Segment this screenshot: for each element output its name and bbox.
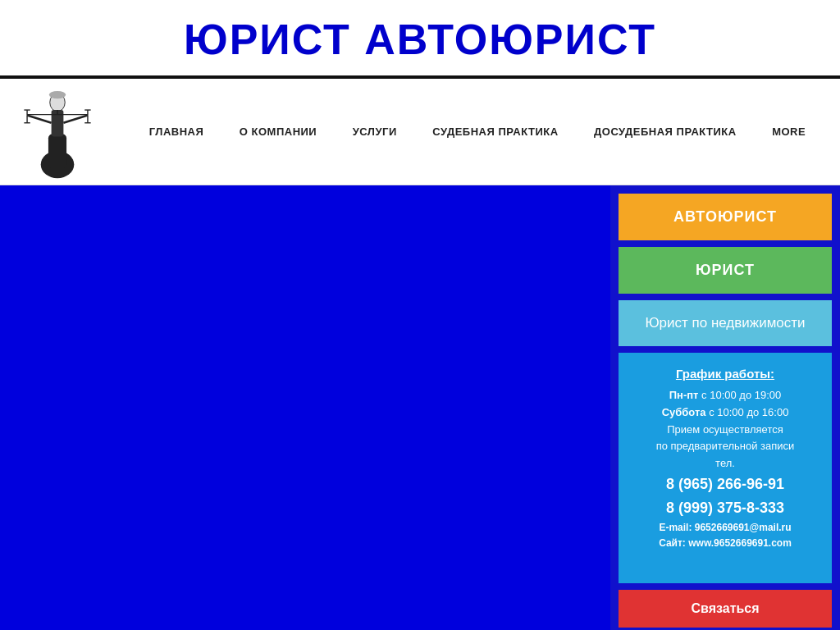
email-line: E-mail: 9652669691@mail.ru — [628, 520, 822, 536]
nav-sudebnaya[interactable]: СУДЕБНАЯ ПРАКТИКА — [424, 119, 566, 144]
svg-point-3 — [49, 91, 66, 98]
sidebar: АВТОЮРИСТ ЮРИСТ Юрист по недвижимости Гр… — [610, 185, 840, 630]
site: www.9652669691.com — [686, 537, 792, 549]
blue-hero-area — [0, 185, 610, 630]
schedule-note2: по предварительной записи — [628, 438, 822, 455]
svg-rect-1 — [48, 134, 66, 168]
nav-more[interactable]: More — [764, 119, 814, 144]
saturday-label: Суббота — [662, 406, 706, 418]
logo-icon — [16, 81, 98, 180]
weekdays-time: с 10:00 до 19:00 — [698, 389, 781, 401]
phone-label: тел. — [715, 457, 735, 469]
main-content: АВТОЮРИСТ ЮРИСТ Юрист по недвижимости Гр… — [0, 185, 840, 630]
schedule-note1: Прием осуществляется — [628, 422, 822, 439]
nav-uslugi[interactable]: УСЛУГИ — [345, 119, 405, 144]
phone-line1: тел. 8 (965) 266-96-91 — [628, 455, 822, 496]
site-title: ЮРИСТ АВТОЮРИСТ — [0, 15, 840, 64]
lawyer-button[interactable]: ЮРИСТ — [619, 247, 832, 294]
schedule-weekdays: Пн-пт с 10:00 до 19:00 — [628, 387, 822, 404]
navbar: ГЛАВНАЯ О КОМПАНИИ УСЛУГИ СУДЕБНАЯ ПРАКТ… — [0, 79, 840, 185]
saturday-time: с 10:00 до 16:00 — [706, 406, 789, 418]
site-line: Сайт: www.9652669691.com — [628, 536, 822, 551]
phone1: 8 (965) 266-96-91 — [628, 472, 822, 496]
email: 9652669691@mail.ru — [692, 522, 791, 533]
svg-line-6 — [63, 115, 88, 122]
logo-area — [16, 81, 115, 183]
realestate-button[interactable]: Юрист по недвижимости — [619, 300, 832, 346]
site-label: Сайт: — [659, 537, 686, 549]
svg-line-5 — [27, 115, 52, 122]
autolawyer-button[interactable]: АВТОЮРИСТ — [619, 194, 832, 240]
nav-dosudebnaya[interactable]: ДОСУДЕБНАЯ ПРАКТИКА — [586, 119, 745, 144]
email-label: E-mail: — [659, 522, 692, 533]
info-box: График работы: Пн-пт с 10:00 до 19:00 Су… — [619, 353, 832, 583]
contact-button[interactable]: Связаться — [619, 590, 832, 628]
weekdays-label: Пн-пт — [669, 389, 699, 401]
schedule-title: График работы: — [628, 364, 822, 384]
site-title-bar: ЮРИСТ АВТОЮРИСТ — [0, 0, 840, 79]
nav-glavnaya[interactable]: ГЛАВНАЯ — [141, 119, 212, 144]
schedule-saturday: Суббота с 10:00 до 16:00 — [628, 404, 822, 422]
phone2: 8 (999) 375-8-333 — [628, 496, 822, 520]
nav-links: ГЛАВНАЯ О КОМПАНИИ УСЛУГИ СУДЕБНАЯ ПРАКТ… — [115, 119, 824, 144]
nav-o-kompanii[interactable]: О КОМПАНИИ — [231, 119, 325, 144]
